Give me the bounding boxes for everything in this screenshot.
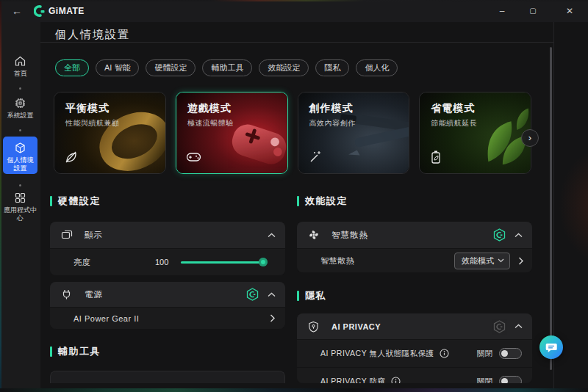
section-title: 輔助工具 — [58, 345, 101, 358]
cooling-card-header[interactable]: 智慧散熱 — [297, 222, 532, 248]
brightness-slider[interactable] — [181, 258, 267, 266]
filter-chip-bar: 全部 AI 智能 硬體設定 輔助工具 效能設定 隱私 個人化 — [55, 59, 398, 76]
dropdown-value: 效能模式 — [462, 255, 494, 266]
display-card: 顯示 亮度 100 — [50, 222, 285, 275]
mode-title: 省電模式 — [431, 102, 475, 115]
mode-title: 平衡模式 — [65, 102, 110, 115]
privacy-unattended-toggle[interactable] — [499, 348, 522, 359]
sidebar-item-label: 首頁 — [0, 70, 40, 78]
filter-chip-hardware[interactable]: 硬體設定 — [146, 59, 196, 76]
mode-card-balanced[interactable]: 平衡模式 性能與續航兼顧 — [54, 92, 166, 174]
sidebar-item-system[interactable]: 系統設置 — [0, 97, 40, 120]
section-title: 效能設定 — [305, 195, 348, 208]
divider — [40, 42, 553, 43]
mode-card-game[interactable]: 遊戲模式 極速流暢體驗 — [176, 92, 288, 174]
shield-icon — [308, 321, 320, 333]
carousel-next-button[interactable]: › — [521, 129, 539, 147]
cooling-row-label: 智慧散熱 — [320, 255, 354, 266]
info-icon[interactable] — [440, 349, 449, 358]
section-hardware: 硬體設定 — [50, 195, 101, 208]
power-gear-row[interactable]: AI Power Gear II — [50, 307, 285, 329]
sidebar-item-label: 個人情境設置 — [3, 156, 37, 173]
mode-subtitle: 節能續航延長 — [431, 118, 477, 128]
ai-hexagon-badge — [493, 228, 506, 242]
app-grid-icon — [14, 192, 26, 204]
sidebar-dot — [19, 129, 21, 131]
section-performance: 效能設定 — [297, 195, 348, 208]
sidebar: 首頁 系統設置 個人情境設置 應用程式中心 — [0, 22, 40, 392]
mode-card-carousel: 平衡模式 性能與續航兼顧 遊戲模式 極速流 — [54, 92, 531, 174]
sidebar-item-home[interactable]: 首頁 — [0, 55, 40, 78]
chip-icon — [14, 97, 26, 109]
privacy-card: AI PRIVACY AI PRIVACY 無人狀態隱私保護 關閉 — [297, 313, 532, 383]
chevron-right-icon[interactable] — [518, 257, 523, 265]
display-icon — [61, 229, 73, 241]
privacy-card-header[interactable]: AI PRIVACY — [297, 313, 532, 339]
privacy-row-label: AI PRIVACY 防窺 — [320, 377, 385, 384]
chat-bubble-icon — [545, 342, 557, 353]
wallpaper-glow — [559, 147, 588, 264]
card-title: 電源 — [85, 289, 103, 300]
window-edge-top — [0, 0, 588, 1]
sidebar-item-personal-scenario[interactable]: 個人情境設置 — [3, 137, 37, 174]
chevron-up-icon[interactable] — [514, 324, 523, 329]
window-edge-left — [0, 0, 1, 392]
sidebar-item-label: 系統設置 — [0, 112, 40, 120]
gamepad-icon — [186, 150, 201, 164]
home-icon — [14, 55, 26, 68]
back-button[interactable]: ← — [10, 4, 24, 18]
ai-chat-button[interactable] — [539, 335, 563, 359]
section-accent-bar — [50, 346, 52, 357]
filter-chip-personalize[interactable]: 個人化 — [356, 59, 398, 76]
minimize-button[interactable]: – — [490, 0, 514, 22]
fan-icon — [308, 229, 320, 241]
wand-icon — [308, 150, 323, 164]
gimate-window: ← GiMATE – ▢ ✕ 首頁 系統設置 個人情境設置 — [0, 0, 588, 392]
toggle-state-label: 關閉 — [477, 377, 492, 384]
info-icon[interactable] — [391, 377, 401, 383]
brightness-value: 100 — [155, 258, 168, 266]
maximize-button[interactable]: ▢ — [521, 0, 545, 22]
chevron-up-icon[interactable] — [514, 233, 523, 238]
power-plug-icon — [61, 288, 73, 300]
card-title: 智慧散熱 — [331, 230, 368, 241]
leaf-slash-icon — [64, 150, 79, 164]
sidebar-item-app-center[interactable]: 應用程式中心 — [0, 192, 40, 222]
sidebar-item-label: 應用程式中心 — [0, 206, 40, 222]
mode-subtitle: 高效內容創作 — [309, 118, 356, 128]
filter-chip-all[interactable]: 全部 — [55, 59, 89, 76]
card-title: 顯示 — [85, 230, 103, 241]
cooling-mode-dropdown[interactable]: 效能模式 — [454, 253, 510, 269]
section-title: 隱私 — [305, 289, 326, 302]
mode-card-powersave[interactable]: 省電模式 節能續航延長 — [419, 92, 531, 174]
brightness-row: 亮度 100 — [50, 248, 285, 275]
main-content: 個人情境設置 全部 AI 智能 硬體設定 輔助工具 效能設定 隱私 個人化 平 — [40, 22, 588, 392]
chevron-up-icon[interactable] — [268, 233, 276, 238]
filter-chip-ai[interactable]: AI 智能 — [96, 59, 139, 76]
privacy-row-unattended: AI PRIVACY 無人狀態隱私保護 關閉 — [297, 339, 532, 367]
power-card: 電源 AI Power Gear II — [50, 282, 285, 329]
sidebar-dot — [19, 184, 21, 186]
mode-title: 創作模式 — [309, 102, 354, 115]
section-title: 硬體設定 — [58, 195, 101, 208]
vertical-scrollbar[interactable] — [550, 47, 552, 370]
mode-card-creator[interactable]: 創作模式 高效內容創作 — [298, 92, 410, 174]
close-button[interactable]: ✕ — [558, 0, 581, 22]
filter-chip-performance[interactable]: 效能設定 — [259, 59, 309, 76]
filter-chip-privacy[interactable]: 隱私 — [315, 59, 349, 76]
power-card-header[interactable]: 電源 — [50, 282, 285, 307]
chevron-up-icon[interactable] — [268, 292, 276, 297]
mode-subtitle: 極速流暢體驗 — [187, 118, 234, 128]
titlebar: ← GiMATE – ▢ ✕ — [0, 0, 588, 22]
slider-thumb[interactable] — [259, 258, 268, 266]
ai-hexagon-badge — [246, 288, 259, 301]
section-accent-bar — [297, 196, 299, 206]
app-title: GiMATE — [49, 6, 85, 16]
filter-chip-assist[interactable]: 輔助工具 — [202, 59, 252, 76]
section-assist: 輔助工具 — [50, 345, 101, 358]
privacy-row-label: AI PRIVACY 無人狀態隱私保護 — [320, 349, 434, 359]
display-card-header[interactable]: 顯示 — [50, 222, 285, 248]
toggle-state-label: 關閉 — [477, 349, 492, 359]
cooling-card: 智慧散熱 智慧散熱 效能模式 — [297, 222, 532, 272]
privacy-antipeek-toggle[interactable] — [499, 376, 522, 383]
